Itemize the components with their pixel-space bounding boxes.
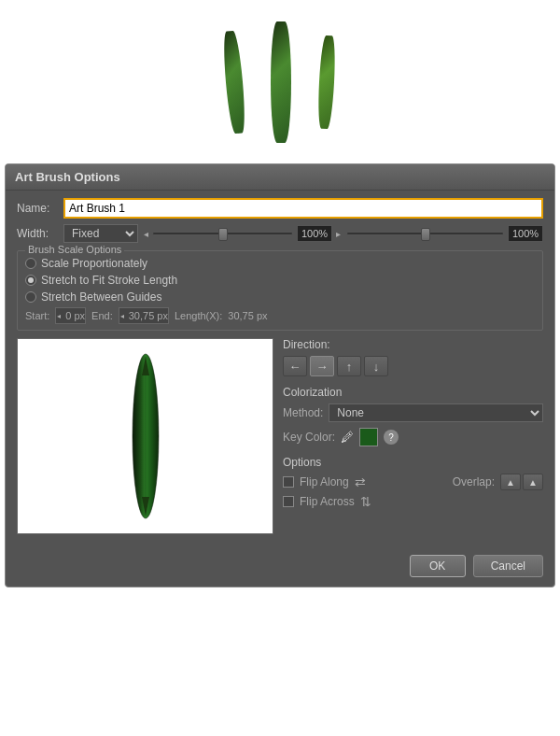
end-value: 30,75 px [129,310,168,321]
name-row: Name: [17,198,543,219]
width-pct-input-2[interactable] [508,225,543,242]
ok-button[interactable]: OK [410,555,466,577]
radio-row-stretch-between-guides[interactable]: Stretch Between Guides [25,290,535,304]
flip-along-row: Flip Along ⇄ Overlap: ▲ ▲ [283,474,543,490]
method-label: Method: [283,406,323,419]
end-label: End: [91,310,113,321]
flip-along-icon: ⇄ [355,474,366,489]
name-input[interactable] [63,198,543,219]
guide-row: Start: ◂ 0 px End: ◂ 30,75 px Length(X):… [25,307,535,324]
colorization-method-select[interactable]: None Tints Tints and Shades Hue Shift [329,403,543,422]
width-row: Width: Fixed ◂ ▸ [17,224,543,243]
start-stepper-down[interactable]: ◂ [56,311,65,321]
dir-btn-up[interactable]: ↑ [337,356,361,376]
flip-across-label: Flip Across [300,495,355,508]
overlap-buttons: ▲ ▲ [500,474,543,490]
radio-row-scale-proportionately[interactable]: Scale Proportionately [25,257,535,270]
lower-section: Direction: ← → ↑ ↓ Colorization Method: … [17,338,543,534]
radio-label-stretch-between-guides: Stretch Between Guides [41,290,161,304]
dir-btn-down[interactable]: ↓ [364,356,388,376]
direction-buttons: ← → ↑ ↓ [283,356,543,376]
art-brush-options-dialog: Art Brush Options Name: Width: Fixed ◂ ▸ [5,163,555,587]
key-color-info-icon[interactable]: ? [384,430,399,445]
brush-stroke-svg [118,347,174,525]
radio-label-scale-proportionately: Scale Proportionately [41,257,147,270]
flip-across-row: Flip Across ⇅ [283,494,543,509]
slider-track-2[interactable] [346,232,504,235]
width-slider-group-2 [346,225,543,242]
right-panel: Direction: ← → ↑ ↓ Colorization Method: … [283,338,543,534]
options-section: Options Flip Along ⇄ Overlap: ▲ ▲ Flip [283,456,543,513]
start-label: Start: [25,310,49,321]
flip-across-checkbox[interactable] [283,496,294,507]
flip-along-checkbox[interactable] [283,476,294,488]
end-stepper[interactable]: ◂ 30,75 px [119,307,169,324]
slider-track-1[interactable] [152,232,293,235]
length-label: Length(X): [175,310,222,321]
key-color-row: Key Color: 🖉 ? [283,428,543,446]
brush-stroke-preview [17,338,273,534]
eyedropper-icon[interactable]: 🖉 [341,430,354,445]
direction-section: Direction: ← → ↑ ↓ [283,338,543,376]
brush-scale-options-group: Brush Scale Options Scale Proportionatel… [17,250,543,331]
width-pct-input-1[interactable] [297,225,332,242]
length-value: 30,75 px [228,310,267,321]
width-slider-group-1: ◂ ▸ [144,225,341,242]
flip-along-label: Flip Along [300,475,349,488]
radio-label-stretch-to-fit: Stretch to Fit Stroke Length [41,274,177,287]
dialog-title: Art Brush Options [6,164,554,191]
dialog-body: Name: Width: Fixed ◂ ▸ [6,191,554,549]
start-value: 0 px [65,310,85,321]
overlap-btn-1[interactable]: ▲ [500,474,521,490]
overlap-btn-2[interactable]: ▲ [523,474,543,490]
cancel-button[interactable]: Cancel [473,555,543,577]
start-stepper[interactable]: ◂ 0 px [55,307,86,324]
preview-leaf-3 [316,35,336,129]
colorization-label: Colorization [283,386,543,399]
key-color-label: Key Color: [283,431,335,444]
slider-thumb-2[interactable] [421,228,430,241]
radio-stretch-between-guides[interactable] [25,291,36,303]
options-label: Options [283,456,543,469]
button-row: OK Cancel [6,549,554,587]
width-select[interactable]: Fixed [63,224,138,243]
dir-btn-right[interactable]: → [310,356,334,376]
brush-scale-group-label: Brush Scale Options [25,244,124,255]
radio-stretch-to-fit[interactable] [25,275,36,286]
flip-across-icon: ⇅ [360,494,371,509]
method-row: Method: None Tints Tints and Shades Hue … [283,403,543,422]
width-label: Width: [17,227,58,240]
dir-btn-left[interactable]: ← [283,356,307,376]
preview-leaf-1 [221,30,247,134]
radio-row-stretch-to-fit[interactable]: Stretch to Fit Stroke Length [25,274,535,287]
colorization-section: Colorization Method: None Tints Tints an… [283,386,543,446]
preview-leaf-2 [271,21,291,143]
name-label: Name: [17,202,63,215]
end-stepper-down[interactable]: ◂ [119,311,129,321]
slider-thumb-1[interactable] [218,228,228,241]
overlap-label: Overlap: [453,475,495,488]
radio-scale-proportionately[interactable] [25,258,36,269]
direction-label: Direction: [283,338,543,351]
brush-preview-area [0,0,560,163]
key-color-swatch[interactable] [359,428,378,446]
slider-arrow-right-1: ▸ [336,229,341,239]
slider-arrow-left-1: ◂ [144,229,148,239]
